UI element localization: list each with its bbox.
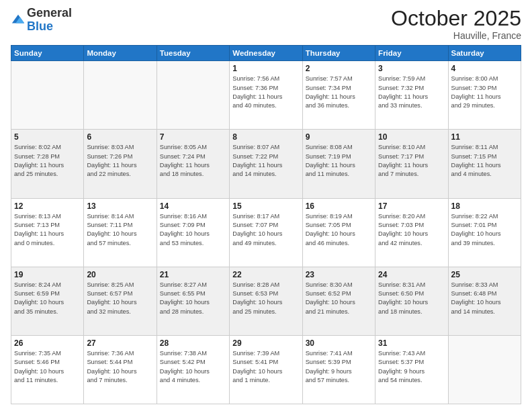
- day-info: Sunrise: 8:31 AM Sunset: 6:50 PM Dayligh…: [378, 281, 445, 316]
- day-number: 29: [232, 338, 299, 348]
- day-info: Sunrise: 8:33 AM Sunset: 6:48 PM Dayligh…: [451, 281, 518, 316]
- header: General Blue October 2025 Hauville, Fran…: [11, 7, 521, 41]
- day-info: Sunrise: 8:08 AM Sunset: 7:19 PM Dayligh…: [306, 143, 372, 179]
- calendar-day: 22Sunrise: 8:28 AM Sunset: 6:53 PM Dayli…: [230, 267, 302, 335]
- day-number: 21: [160, 270, 226, 279]
- calendar-day: 11Sunrise: 8:11 AM Sunset: 7:15 PM Dayli…: [448, 130, 521, 198]
- day-info: Sunrise: 8:24 AM Sunset: 6:59 PM Dayligh…: [14, 281, 81, 316]
- month-title: October 2025: [391, 7, 521, 30]
- calendar-day: 8Sunrise: 8:07 AM Sunset: 7:22 PM Daylig…: [230, 130, 302, 198]
- day-number: 30: [306, 338, 372, 348]
- day-info: Sunrise: 7:57 AM Sunset: 7:34 PM Dayligh…: [306, 75, 372, 110]
- title-block: October 2025 Hauville, France: [391, 7, 521, 41]
- day-number: 15: [232, 201, 299, 211]
- logo-general-text: General: [27, 7, 72, 20]
- calendar-day: 12Sunrise: 8:13 AM Sunset: 7:13 PM Dayli…: [11, 198, 84, 267]
- day-info: Sunrise: 8:13 AM Sunset: 7:13 PM Dayligh…: [14, 212, 81, 248]
- day-info: Sunrise: 7:59 AM Sunset: 7:32 PM Dayligh…: [378, 75, 445, 110]
- calendar-day: 20Sunrise: 8:25 AM Sunset: 6:57 PM Dayli…: [84, 267, 157, 335]
- day-number: 25: [451, 270, 518, 279]
- day-info: Sunrise: 8:19 AM Sunset: 7:05 PM Dayligh…: [306, 212, 372, 248]
- calendar-day: 14Sunrise: 8:16 AM Sunset: 7:09 PM Dayli…: [157, 198, 229, 267]
- day-number: 13: [87, 201, 153, 211]
- day-info: Sunrise: 8:02 AM Sunset: 7:28 PM Dayligh…: [14, 143, 81, 179]
- day-info: Sunrise: 8:16 AM Sunset: 7:09 PM Dayligh…: [160, 212, 226, 248]
- calendar-day: 16Sunrise: 8:19 AM Sunset: 7:05 PM Dayli…: [302, 198, 375, 267]
- calendar-day: 3Sunrise: 7:59 AM Sunset: 7:32 PM Daylig…: [375, 61, 448, 130]
- day-number: 6: [87, 132, 153, 142]
- calendar-day: 30Sunrise: 7:41 AM Sunset: 5:39 PM Dayli…: [302, 335, 375, 404]
- day-number: 26: [14, 338, 81, 348]
- calendar-day: 13Sunrise: 8:14 AM Sunset: 7:11 PM Dayli…: [84, 198, 157, 267]
- day-number: 2: [306, 64, 372, 73]
- day-number: 16: [306, 201, 372, 211]
- calendar-day: 18Sunrise: 8:22 AM Sunset: 7:01 PM Dayli…: [448, 198, 521, 267]
- day-info: Sunrise: 7:39 AM Sunset: 5:41 PM Dayligh…: [232, 349, 299, 385]
- day-info: Sunrise: 8:22 AM Sunset: 7:01 PM Dayligh…: [451, 212, 518, 248]
- day-info: Sunrise: 7:35 AM Sunset: 5:46 PM Dayligh…: [14, 349, 81, 385]
- calendar-header-friday: Friday: [375, 46, 448, 61]
- day-info: Sunrise: 8:07 AM Sunset: 7:22 PM Dayligh…: [232, 143, 299, 179]
- day-number: 4: [451, 64, 518, 73]
- calendar-header-sunday: Sunday: [11, 46, 84, 61]
- day-number: 7: [160, 132, 226, 142]
- calendar-header-tuesday: Tuesday: [157, 46, 229, 61]
- logo: General Blue: [11, 7, 72, 34]
- day-number: 19: [14, 270, 81, 279]
- calendar-day: 17Sunrise: 8:20 AM Sunset: 7:03 PM Dayli…: [375, 198, 448, 267]
- logo-blue-text: Blue: [27, 20, 72, 34]
- day-info: Sunrise: 8:03 AM Sunset: 7:26 PM Dayligh…: [87, 143, 153, 179]
- calendar-day: 26Sunrise: 7:35 AM Sunset: 5:46 PM Dayli…: [11, 335, 84, 404]
- page: General Blue October 2025 Hauville, Fran…: [0, 0, 532, 411]
- calendar-day: 23Sunrise: 8:30 AM Sunset: 6:52 PM Dayli…: [302, 267, 375, 335]
- calendar-day: 9Sunrise: 8:08 AM Sunset: 7:19 PM Daylig…: [302, 130, 375, 198]
- calendar-header-monday: Monday: [84, 46, 157, 61]
- calendar-header-thursday: Thursday: [302, 46, 375, 61]
- day-info: Sunrise: 8:14 AM Sunset: 7:11 PM Dayligh…: [87, 212, 153, 248]
- day-number: 23: [306, 270, 372, 279]
- day-info: Sunrise: 7:56 AM Sunset: 7:36 PM Dayligh…: [232, 75, 299, 110]
- day-info: Sunrise: 8:28 AM Sunset: 6:53 PM Dayligh…: [232, 281, 299, 316]
- calendar-day: 6Sunrise: 8:03 AM Sunset: 7:26 PM Daylig…: [84, 130, 157, 198]
- day-info: Sunrise: 8:05 AM Sunset: 7:24 PM Dayligh…: [160, 143, 226, 179]
- day-info: Sunrise: 8:00 AM Sunset: 7:30 PM Dayligh…: [451, 75, 518, 110]
- calendar-week-4: 19Sunrise: 8:24 AM Sunset: 6:59 PM Dayli…: [11, 267, 521, 335]
- calendar-week-2: 5Sunrise: 8:02 AM Sunset: 7:28 PM Daylig…: [11, 130, 521, 198]
- calendar-day: 29Sunrise: 7:39 AM Sunset: 5:41 PM Dayli…: [230, 335, 302, 404]
- day-number: 17: [378, 201, 445, 211]
- logo-text: General Blue: [27, 7, 72, 34]
- calendar-header-row: SundayMondayTuesdayWednesdayThursdayFrid…: [11, 46, 521, 61]
- day-info: Sunrise: 8:30 AM Sunset: 6:52 PM Dayligh…: [306, 281, 372, 316]
- calendar-day: 24Sunrise: 8:31 AM Sunset: 6:50 PM Dayli…: [375, 267, 448, 335]
- day-number: 1: [232, 64, 299, 73]
- calendar-week-5: 26Sunrise: 7:35 AM Sunset: 5:46 PM Dayli…: [11, 335, 521, 404]
- day-number: 22: [232, 270, 299, 279]
- day-info: Sunrise: 8:20 AM Sunset: 7:03 PM Dayligh…: [378, 212, 445, 248]
- calendar-day: 21Sunrise: 8:27 AM Sunset: 6:55 PM Dayli…: [157, 267, 229, 335]
- calendar-week-1: 1Sunrise: 7:56 AM Sunset: 7:36 PM Daylig…: [11, 61, 521, 130]
- day-number: 18: [451, 201, 518, 211]
- day-info: Sunrise: 7:36 AM Sunset: 5:44 PM Dayligh…: [87, 349, 153, 385]
- day-info: Sunrise: 8:25 AM Sunset: 6:57 PM Dayligh…: [87, 281, 153, 316]
- calendar-day: 31Sunrise: 7:43 AM Sunset: 5:37 PM Dayli…: [375, 335, 448, 404]
- calendar-day: 7Sunrise: 8:05 AM Sunset: 7:24 PM Daylig…: [157, 130, 229, 198]
- calendar-day: 5Sunrise: 8:02 AM Sunset: 7:28 PM Daylig…: [11, 130, 84, 198]
- calendar-week-3: 12Sunrise: 8:13 AM Sunset: 7:13 PM Dayli…: [11, 198, 521, 267]
- calendar-day: 25Sunrise: 8:33 AM Sunset: 6:48 PM Dayli…: [448, 267, 521, 335]
- day-number: 12: [14, 201, 81, 211]
- calendar-day: 19Sunrise: 8:24 AM Sunset: 6:59 PM Dayli…: [11, 267, 84, 335]
- day-number: 8: [232, 132, 299, 142]
- day-number: 11: [451, 132, 518, 142]
- calendar-day: 1Sunrise: 7:56 AM Sunset: 7:36 PM Daylig…: [230, 61, 302, 130]
- day-info: Sunrise: 8:11 AM Sunset: 7:15 PM Dayligh…: [451, 143, 518, 179]
- logo-icon: [11, 12, 26, 27]
- day-number: 20: [87, 270, 153, 279]
- day-info: Sunrise: 7:43 AM Sunset: 5:37 PM Dayligh…: [378, 349, 445, 385]
- calendar-day: 27Sunrise: 7:36 AM Sunset: 5:44 PM Dayli…: [84, 335, 157, 404]
- calendar-day: 10Sunrise: 8:10 AM Sunset: 7:17 PM Dayli…: [375, 130, 448, 198]
- calendar-day: [157, 61, 229, 130]
- calendar-header-wednesday: Wednesday: [230, 46, 302, 61]
- day-info: Sunrise: 7:38 AM Sunset: 5:42 PM Dayligh…: [160, 349, 226, 385]
- day-number: 9: [306, 132, 372, 142]
- day-number: 27: [87, 338, 153, 348]
